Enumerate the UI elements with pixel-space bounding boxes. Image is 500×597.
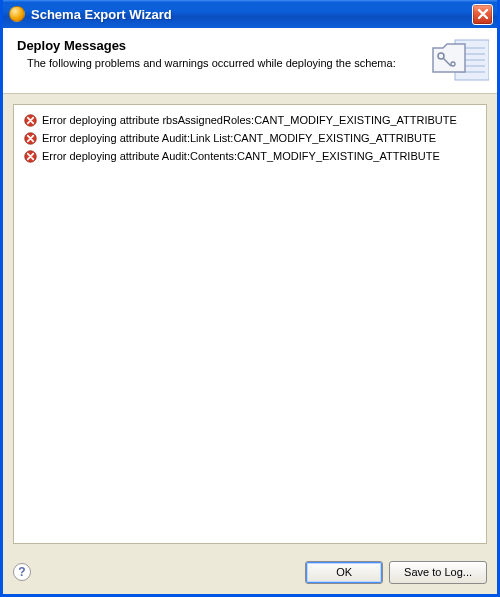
header-pane: Deploy Messages The following problems a…: [3, 28, 497, 94]
message-text: Error deploying attribute Audit:Link Lis…: [42, 131, 476, 146]
page-subtitle: The following problems and warnings occu…: [17, 57, 483, 69]
close-icon: [477, 8, 489, 20]
error-icon: [24, 150, 37, 163]
dialog-window: Schema Export Wizard Deploy Messages The…: [0, 0, 500, 597]
page-title: Deploy Messages: [17, 38, 483, 53]
app-icon: [9, 6, 25, 22]
schema-folder-icon: [431, 34, 489, 84]
message-text: Error deploying attribute Audit:Contents…: [42, 149, 476, 164]
save-to-log-button[interactable]: Save to Log...: [389, 561, 487, 584]
message-row[interactable]: Error deploying attribute Audit:Contents…: [24, 149, 476, 164]
error-icon: [24, 132, 37, 145]
dialog-footer: ? OK Save to Log...: [3, 550, 497, 594]
message-row[interactable]: Error deploying attribute Audit:Link Lis…: [24, 131, 476, 146]
close-button[interactable]: [472, 4, 493, 25]
message-row[interactable]: Error deploying attribute rbsAssignedRol…: [24, 113, 476, 128]
help-icon: ?: [18, 565, 25, 579]
ok-button[interactable]: OK: [305, 561, 383, 584]
content-area: Error deploying attribute rbsAssignedRol…: [3, 94, 497, 550]
error-icon: [24, 114, 37, 127]
messages-list[interactable]: Error deploying attribute rbsAssignedRol…: [13, 104, 487, 544]
help-button[interactable]: ?: [13, 563, 31, 581]
message-text: Error deploying attribute rbsAssignedRol…: [42, 113, 476, 128]
window-title: Schema Export Wizard: [31, 7, 472, 22]
titlebar[interactable]: Schema Export Wizard: [3, 0, 497, 28]
